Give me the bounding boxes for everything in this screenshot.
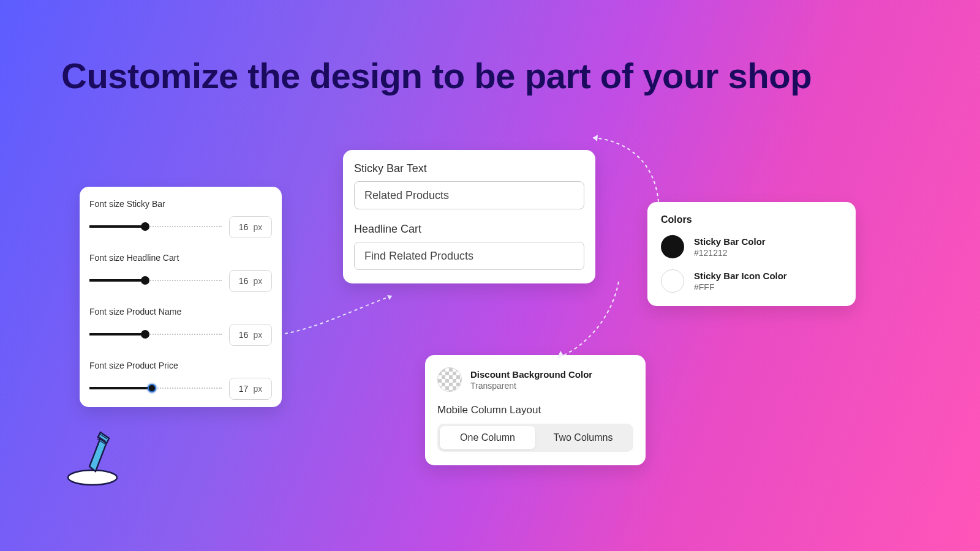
color-name: Sticky Bar Color — [694, 236, 766, 247]
discount-color-row[interactable]: Discount Background Color Transparent — [437, 367, 633, 392]
color-hex: #FFF — [694, 282, 787, 292]
colors-title: Colors — [661, 214, 842, 225]
color-swatch[interactable] — [661, 269, 684, 293]
color-swatch[interactable] — [661, 235, 684, 258]
two-columns-button[interactable]: Two Columns — [535, 426, 631, 449]
font-size-slider[interactable] — [89, 388, 222, 390]
colors-panel: Colors Sticky Bar Color #121212 Sticky B… — [647, 202, 856, 306]
font-size-value: 17 — [239, 384, 249, 394]
svg-marker-1 — [593, 135, 598, 141]
headline-cart-label: Headline Cart — [354, 223, 584, 236]
font-size-label: Font size Product Name — [89, 307, 272, 317]
layout-panel: Discount Background Color Transparent Mo… — [425, 355, 646, 465]
sticky-bar-text-input[interactable] — [354, 181, 584, 209]
font-size-unit: px — [253, 384, 262, 394]
font-size-row: Font size Headline Cart 16 px — [89, 253, 272, 292]
font-size-value: 16 — [239, 276, 249, 286]
mobile-layout-segmented: One Column Two Columns — [437, 424, 633, 452]
svg-point-3 — [68, 470, 117, 485]
color-row[interactable]: Sticky Bar Icon Color #FFF — [661, 269, 842, 293]
arrow-icon — [588, 132, 668, 211]
slider-knob[interactable] — [141, 276, 149, 285]
svg-marker-0 — [387, 295, 392, 300]
font-size-panel: Font size Sticky Bar 16 px Font size Hea… — [80, 187, 282, 407]
sticky-bar-text-label: Sticky Bar Text — [354, 162, 584, 175]
color-hex: #121212 — [694, 248, 766, 258]
arrow-icon — [551, 279, 625, 364]
mobile-layout-label: Mobile Column Layout — [437, 404, 633, 416]
font-size-value: 16 — [239, 330, 249, 340]
headline-cart-input[interactable] — [354, 242, 584, 270]
font-size-label: Font size Headline Cart — [89, 253, 272, 263]
font-size-slider[interactable] — [89, 226, 222, 228]
font-size-value-box[interactable]: 16 px — [229, 324, 272, 346]
font-size-value-box[interactable]: 16 px — [229, 216, 272, 238]
font-size-value-box[interactable]: 17 px — [229, 378, 272, 400]
arrow-icon — [282, 291, 404, 340]
color-swatch[interactable] — [437, 367, 462, 392]
glue-stick-icon — [66, 429, 121, 487]
color-row[interactable]: Sticky Bar Color #121212 — [661, 235, 842, 258]
font-size-label: Font size Sticky Bar — [89, 199, 272, 209]
font-size-slider[interactable] — [89, 334, 222, 336]
font-size-value: 16 — [239, 222, 249, 232]
one-column-button[interactable]: One Column — [440, 426, 535, 449]
font-size-row: Font size Product Name 16 px — [89, 307, 272, 346]
text-fields-panel: Sticky Bar Text Headline Cart — [343, 150, 595, 283]
page-title: Customize the design to be part of your … — [61, 55, 812, 96]
font-size-label: Font size Product Price — [89, 361, 272, 370]
font-size-unit: px — [253, 276, 262, 286]
slider-knob[interactable] — [141, 330, 149, 339]
font-size-row: Font size Product Price 17 px — [89, 361, 272, 400]
font-size-unit: px — [253, 222, 262, 232]
discount-color-label: Discount Background Color — [470, 369, 592, 380]
color-name: Sticky Bar Icon Color — [694, 271, 787, 281]
slider-knob[interactable] — [148, 384, 156, 392]
font-size-slider[interactable] — [89, 280, 222, 282]
slider-knob[interactable] — [141, 222, 149, 231]
font-size-unit: px — [253, 330, 262, 340]
font-size-row: Font size Sticky Bar 16 px — [89, 199, 272, 238]
discount-color-value: Transparent — [470, 381, 592, 391]
font-size-value-box[interactable]: 16 px — [229, 270, 272, 292]
